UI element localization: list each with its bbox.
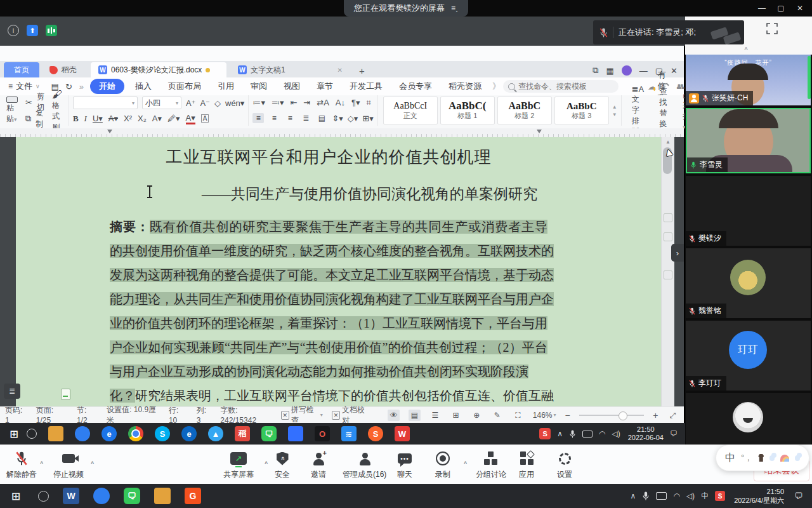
menu-page-layout[interactable]: 页面布局 (160, 81, 209, 92)
sidebar-collapse-chevron[interactable]: ∧ (743, 46, 749, 52)
tray-wifi-icon[interactable]: ◠ (599, 429, 605, 438)
stop-video-button[interactable]: 停止视频 (53, 450, 84, 480)
window-layout-icon[interactable]: ⧉ (593, 65, 598, 76)
share-options-chevron[interactable]: ∧ (264, 460, 268, 465)
copy-button[interactable]: ⧉复制 (25, 112, 44, 126)
horizontal-ruler[interactable] (0, 128, 684, 138)
unmute-button[interactable]: 解除静音 (6, 450, 37, 480)
folder-icon[interactable] (154, 488, 171, 504)
fullscreen-icon[interactable] (766, 23, 778, 34)
phonetic-icon[interactable]: wén▾ (225, 98, 244, 108)
tray-device-icon[interactable] (582, 431, 593, 438)
ime-lang-indicator[interactable]: 中 (701, 491, 709, 502)
search-icon[interactable] (27, 429, 37, 439)
text-direction-icon[interactable]: ⇄A (317, 98, 329, 107)
netdisk-icon[interactable]: ▲ (208, 426, 223, 441)
zoom-out-button[interactable]: − (565, 410, 570, 420)
tray-volume-icon[interactable]: ◁) (612, 429, 620, 438)
increase-indent-icon[interactable]: ⇥ (303, 98, 310, 107)
read-view-button[interactable]: ⊞ (450, 410, 462, 421)
justify-button[interactable]: ≣ (300, 113, 311, 123)
chat-button[interactable]: ••• 聊天 (397, 450, 412, 480)
docer-app-icon[interactable]: 稻 (235, 426, 250, 441)
presenter-clock[interactable]: 21:50 2022-06-04 (628, 425, 664, 442)
sogou-ime-icon[interactable]: S (715, 491, 725, 501)
align-left-button[interactable]: ≡ (252, 113, 264, 123)
system-clock[interactable]: 21:50 2022/6/4/星期六 (734, 487, 784, 505)
fullscreen-button[interactable]: ⤢ (667, 410, 679, 421)
superscript-button[interactable]: X² (124, 114, 132, 123)
menu-view[interactable]: 视图 (275, 81, 308, 92)
participant-video[interactable] (686, 393, 811, 444)
sogou-ime-icon[interactable]: S (539, 428, 551, 439)
border-icon[interactable]: ⊞▾ (362, 114, 373, 123)
align-center-button[interactable]: ≡ (268, 113, 280, 123)
doc-nav-float-button[interactable]: ≣ (4, 384, 20, 399)
zoom-level[interactable]: 146%▾ (533, 411, 556, 420)
italic-button[interactable]: I (84, 114, 87, 124)
bold-button[interactable]: B (73, 114, 79, 124)
office-tool-icon[interactable]: O (315, 426, 330, 441)
feishu-icon[interactable] (288, 426, 303, 441)
menu-docer-res[interactable]: 稻壳资源 (440, 81, 490, 92)
align-right-button[interactable]: ≡ (284, 113, 296, 123)
wps-taskbar-icon[interactable]: W (395, 426, 410, 441)
breakout-button[interactable]: 分组讨论 (476, 450, 506, 480)
increase-font-icon[interactable]: A⁺ (186, 98, 196, 108)
styles-scroll-down[interactable]: ▼ (612, 112, 617, 117)
ime-toolbar[interactable]: 中 °， (716, 444, 809, 471)
line-spacing-icon[interactable]: ⇕▾ (332, 114, 343, 123)
manage-members-button[interactable]: 管理成员(16) (343, 450, 386, 480)
paste-button[interactable]: 粘贴▾ (4, 97, 20, 124)
skype-icon[interactable]: S (155, 426, 170, 441)
participant-video[interactable]: 玎玎 李玎玎 (686, 321, 811, 391)
menu-dev-tools[interactable]: 开发工具 (341, 81, 391, 92)
start-button-icon[interactable]: ⊞ (6, 426, 22, 441)
font-color-button[interactable]: A▾ (186, 113, 195, 124)
participant-video[interactable]: 樊镁汐 (686, 176, 811, 246)
shading-icon[interactable]: ◇▾ (348, 114, 358, 123)
tab-close-icon[interactable]: ✕ (337, 67, 343, 74)
tray-volume-icon[interactable]: ◁) (686, 491, 695, 500)
meeting-app-icon[interactable] (75, 426, 90, 441)
watching-banner[interactable]: 您正在观看樊镁汐的屏幕 ≡˯ (344, 0, 468, 17)
eye-protect-button[interactable]: 👁︎ (388, 410, 400, 421)
quick-tool-icon[interactable] (664, 271, 672, 279)
wps-close-icon[interactable]: ✕ (671, 66, 678, 76)
tab-document-active[interactable]: W 0603-樊镁汐论文汇报.docx (91, 62, 226, 77)
word-icon[interactable]: W (63, 488, 79, 504)
menu-start[interactable]: 开始 (90, 79, 124, 94)
command-search[interactable] (503, 80, 619, 93)
info-icon[interactable]: i (8, 25, 19, 36)
text-effects-button[interactable]: A▾ (152, 114, 162, 123)
quick-tool-icon[interactable] (664, 232, 672, 241)
wechat-icon[interactable]: 🗨︎ (261, 426, 277, 441)
menu-file[interactable]: ≡文件∨ (0, 81, 48, 92)
maximize-button[interactable]: ▢ (771, 0, 790, 17)
chrome-icon[interactable] (128, 426, 143, 441)
browser-icon[interactable]: e (102, 426, 117, 441)
participant-video[interactable]: 魏誉铭 (686, 248, 811, 318)
g-app-icon[interactable]: G (185, 488, 201, 504)
tab-home[interactable]: 首页 (4, 62, 39, 77)
search-icon[interactable] (38, 491, 49, 502)
start-button-icon[interactable]: ⊞ (8, 488, 24, 504)
ime-mode-chinese[interactable]: 中 (725, 451, 735, 465)
menu-section[interactable]: 章节 (308, 81, 341, 92)
font-family-combo[interactable]: ▾ (73, 97, 138, 109)
minimize-button[interactable]: — (752, 0, 771, 17)
app-grid-icon[interactable]: ▦ (606, 66, 614, 76)
decrease-font-icon[interactable]: A⁻ (200, 98, 210, 108)
format-painter-button[interactable]: 🖌︎ 格式刷 (49, 97, 65, 124)
strikethrough-button[interactable]: A▾ (108, 114, 118, 123)
tray-laptop-icon[interactable] (656, 492, 667, 500)
invite-button[interactable]: + 邀请 (311, 450, 326, 480)
participant-video[interactable]: “疫路同…花开” 张笑妍-CH (686, 55, 811, 105)
numbered-list-icon[interactable]: ≕▾ (272, 98, 284, 107)
find-replace-button[interactable]: 查找替换▾ (657, 97, 670, 124)
wps-minimize-icon[interactable]: — (639, 66, 648, 76)
ime-skin-icon[interactable] (758, 454, 764, 462)
indent-marker-right[interactable] (537, 130, 542, 133)
style-heading2[interactable]: AaBbC 标题 2 (497, 97, 552, 124)
pen-button[interactable]: ✎ (492, 410, 504, 421)
